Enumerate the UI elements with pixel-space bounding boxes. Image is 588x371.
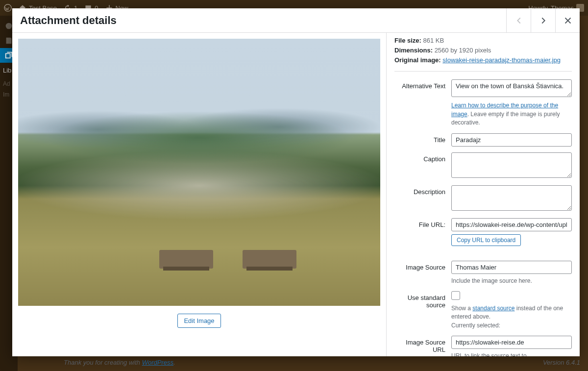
divider bbox=[394, 71, 572, 72]
title-label: Title bbox=[394, 133, 451, 144]
original-image-link[interactable]: slowakei-reise-paradajz-thomas-maier.jpg bbox=[442, 56, 561, 64]
alt-text-label: Alternative Text bbox=[394, 79, 451, 90]
std-currently-selected: Currently selected: bbox=[451, 322, 500, 329]
next-button[interactable] bbox=[531, 8, 555, 33]
copy-url-button[interactable]: Copy URL to clipboard bbox=[451, 234, 521, 246]
image-source-input[interactable] bbox=[451, 261, 572, 274]
chevron-left-icon bbox=[514, 15, 524, 26]
bench-shape bbox=[243, 250, 296, 269]
edit-image-button[interactable]: Edit Image bbox=[177, 314, 220, 328]
alt-help-text: . Leave empty if the image is purely dec… bbox=[451, 111, 560, 126]
prev-button[interactable] bbox=[506, 8, 531, 33]
caption-input[interactable] bbox=[451, 152, 572, 178]
attachment-details-panel: File size: 861 KB Dimensions: 2560 by 19… bbox=[386, 33, 580, 356]
file-url-input[interactable] bbox=[451, 218, 572, 231]
attachment-details-modal: Attachment details Edit Image bbox=[12, 8, 580, 356]
image-source-label: Image Source bbox=[394, 261, 451, 271]
modal-overlay: Attachment details Edit Image bbox=[0, 0, 588, 371]
close-icon bbox=[563, 15, 573, 26]
caption-label: Caption bbox=[394, 152, 451, 163]
dimensions: 2560 by 1920 pixels bbox=[435, 47, 491, 54]
attachment-image bbox=[18, 39, 380, 306]
description-input[interactable] bbox=[451, 185, 572, 211]
std-source-label: Use standard source bbox=[394, 291, 451, 309]
modal-header: Attachment details bbox=[12, 8, 580, 33]
chevron-right-icon bbox=[538, 15, 549, 26]
bench-shape bbox=[159, 250, 213, 269]
source-url-input[interactable] bbox=[451, 336, 572, 349]
close-button[interactable] bbox=[555, 8, 580, 33]
attachment-meta: File size: 861 KB Dimensions: 2560 by 19… bbox=[394, 33, 572, 65]
std-source-link[interactable]: standard source bbox=[472, 305, 514, 312]
description-label: Description bbox=[394, 185, 451, 196]
image-source-help: Include the image source here. bbox=[451, 277, 572, 285]
alt-text-input[interactable] bbox=[451, 79, 572, 97]
file-size: 861 KB bbox=[423, 37, 444, 44]
source-url-help: URL to link the source text to. bbox=[451, 352, 572, 356]
title-input[interactable] bbox=[451, 133, 572, 147]
file-url-label: File URL: bbox=[394, 218, 451, 228]
modal-title: Attachment details bbox=[20, 14, 506, 27]
attachment-preview: Edit Image bbox=[12, 33, 386, 356]
std-source-checkbox[interactable] bbox=[451, 291, 460, 300]
source-url-label: Image Source URL bbox=[394, 336, 451, 353]
